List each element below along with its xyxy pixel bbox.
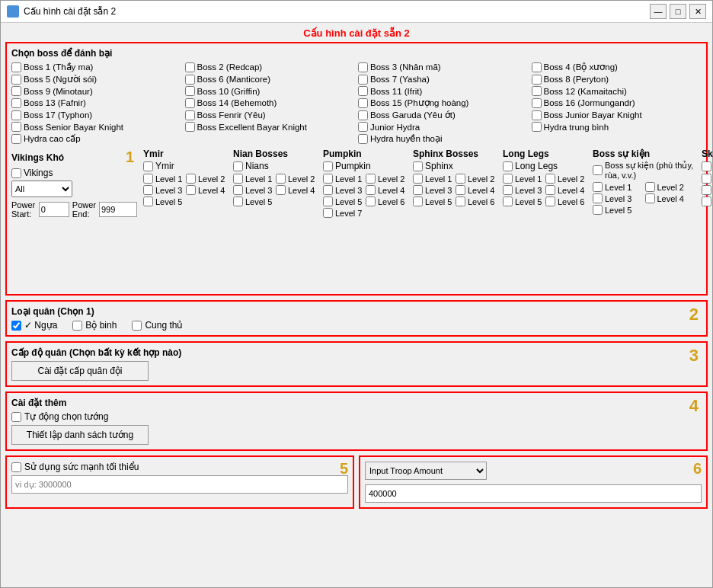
- auto-select-checkbox[interactable]: [11, 412, 21, 422]
- troop-amount-dropdown[interactable]: Input Troop Amount Option 2 Option 3: [365, 462, 487, 480]
- pumpkin-l5[interactable]: [323, 197, 333, 206]
- pumpkin-l2[interactable]: [366, 174, 376, 184]
- ll-l4[interactable]: [545, 185, 555, 195]
- boss-6-checkbox[interactable]: [185, 75, 195, 85]
- boss-event-label: Boss sự kiện (phù thủy, rùa, v.v.): [605, 161, 695, 180]
- list-item: Level 2: [276, 174, 317, 184]
- pumpkin-l3[interactable]: [323, 185, 333, 195]
- boss-garuda-checkbox[interactable]: [358, 110, 368, 120]
- ll-l6[interactable]: [545, 197, 555, 206]
- list-item: Boss Junior Bayar Knight: [532, 110, 702, 120]
- pumpkin-l7[interactable]: [323, 208, 333, 218]
- be-l1[interactable]: [593, 182, 603, 192]
- vikings-subsection: Vikings Khó 1 Vikings AllLevel 1Level 2L…: [11, 149, 137, 289]
- boss-8-checkbox[interactable]: [532, 75, 542, 85]
- list-item: Boss 17 (Typhon): [11, 110, 182, 120]
- general-list-button[interactable]: Thiết lập danh sách tướng: [11, 425, 149, 445]
- auto-select-label: Tự động chọn tướng: [24, 411, 108, 422]
- boss-2-checkbox[interactable]: [185, 62, 195, 72]
- minimize-button[interactable]: —: [650, 4, 667, 19]
- ymir-l4[interactable]: [186, 185, 196, 195]
- ymir-l1[interactable]: [143, 174, 153, 184]
- be-l2[interactable]: [645, 182, 655, 192]
- junior-hydra-checkbox[interactable]: [358, 122, 368, 132]
- nian-l5[interactable]: [233, 197, 243, 206]
- troop-amount-input[interactable]: [365, 484, 702, 503]
- pumpkin-checkbox[interactable]: [323, 161, 333, 171]
- ll-l2[interactable]: [545, 174, 555, 184]
- boss-3-checkbox[interactable]: [358, 62, 368, 72]
- nian-l1[interactable]: [233, 174, 243, 184]
- boss-14-checkbox[interactable]: [185, 98, 195, 108]
- long-legs-checkbox[interactable]: [503, 161, 513, 171]
- min-power-checkbox[interactable]: [11, 462, 21, 472]
- be-l4[interactable]: [645, 193, 655, 203]
- cung-thu-checkbox[interactable]: [132, 321, 142, 331]
- vikings-label: Vikings: [24, 168, 53, 178]
- boss-9-checkbox[interactable]: [11, 86, 21, 96]
- vikings-checkbox[interactable]: [11, 168, 21, 178]
- hydra-medium-checkbox[interactable]: [532, 122, 542, 132]
- boss-junior-bayar-checkbox[interactable]: [532, 110, 542, 120]
- ymir-checkbox[interactable]: [143, 161, 153, 171]
- boss-1-checkbox[interactable]: [11, 62, 21, 72]
- sphinx-l5[interactable]: [413, 197, 423, 206]
- skullcrawler-checkbox[interactable]: [702, 161, 711, 171]
- boss-excellent-bayar-checkbox[interactable]: [185, 122, 195, 132]
- list-item: Hydra trung bình: [532, 122, 702, 132]
- be-l3[interactable]: [593, 193, 603, 203]
- sphinx-levels: Level 1 Level 2 Level 3 Level 4 Level 5 …: [413, 174, 497, 206]
- list-item: Level 4: [456, 185, 497, 195]
- pumpkin-l6[interactable]: [366, 197, 376, 206]
- ll-l1[interactable]: [503, 174, 513, 184]
- boss-12-checkbox[interactable]: [532, 86, 542, 96]
- close-button[interactable]: ✕: [689, 4, 706, 19]
- nian-l4[interactable]: [276, 185, 286, 195]
- sphinx-l1[interactable]: [413, 174, 423, 184]
- boss-4-checkbox[interactable]: [532, 62, 542, 72]
- bo-binh-checkbox[interactable]: [72, 321, 82, 331]
- boss-5-checkbox[interactable]: [11, 75, 21, 85]
- ymir-l2[interactable]: [186, 174, 196, 184]
- sc-l5[interactable]: [702, 197, 711, 206]
- boss-11-checkbox[interactable]: [358, 86, 368, 96]
- boss-senior-bayar-checkbox[interactable]: [11, 122, 21, 132]
- pumpkin-l1[interactable]: [323, 174, 333, 184]
- power-end-input[interactable]: [99, 202, 137, 217]
- vikings-dropdown[interactable]: AllLevel 1Level 2Level 3Level 4Level 5: [11, 181, 72, 197]
- ymir-l3[interactable]: [143, 185, 153, 195]
- list-item: Boss 2 (Redcap): [185, 62, 356, 72]
- pumpkin-l4[interactable]: [366, 185, 376, 195]
- sphinx-l4[interactable]: [456, 185, 465, 195]
- nian-l2[interactable]: [276, 174, 286, 184]
- maximize-button[interactable]: □: [670, 4, 686, 19]
- boss-fenrir-checkbox[interactable]: [185, 110, 195, 120]
- boss-event-checkbox[interactable]: [593, 165, 603, 175]
- ll-l5[interactable]: [503, 197, 513, 206]
- boss-7-checkbox[interactable]: [358, 75, 368, 85]
- boss-10-checkbox[interactable]: [185, 86, 195, 96]
- sphinx-l6[interactable]: [456, 197, 465, 206]
- power-start-input[interactable]: [39, 202, 69, 217]
- sphinx-l3[interactable]: [413, 185, 423, 195]
- be-l5[interactable]: [593, 205, 603, 215]
- boss-14-label: Boss 14 (Behemoth): [197, 98, 277, 107]
- ymir-l5[interactable]: [143, 197, 153, 206]
- sc-l3[interactable]: [702, 185, 711, 195]
- sc-l1[interactable]: [702, 174, 711, 184]
- boss-15-checkbox[interactable]: [358, 98, 368, 108]
- ll-l3[interactable]: [503, 185, 513, 195]
- middle-sub-sections: Vikings Khó 1 Vikings AllLevel 1Level 2L…: [11, 149, 702, 289]
- sphinx-l2[interactable]: [456, 174, 465, 184]
- boss-16-checkbox[interactable]: [532, 98, 542, 108]
- hydra-high-checkbox[interactable]: [11, 134, 21, 144]
- boss-13-checkbox[interactable]: [11, 98, 21, 108]
- boss-17-checkbox[interactable]: [11, 110, 21, 120]
- hydra-legend-checkbox[interactable]: [358, 134, 368, 144]
- min-power-input[interactable]: [11, 475, 348, 494]
- troop-level-button[interactable]: Cài đặt cấp quân đội: [11, 361, 149, 381]
- nian-checkbox[interactable]: [233, 161, 243, 171]
- ngua-checkbox[interactable]: [11, 321, 21, 331]
- nian-l3[interactable]: [233, 185, 243, 195]
- sphinx-checkbox[interactable]: [413, 161, 423, 171]
